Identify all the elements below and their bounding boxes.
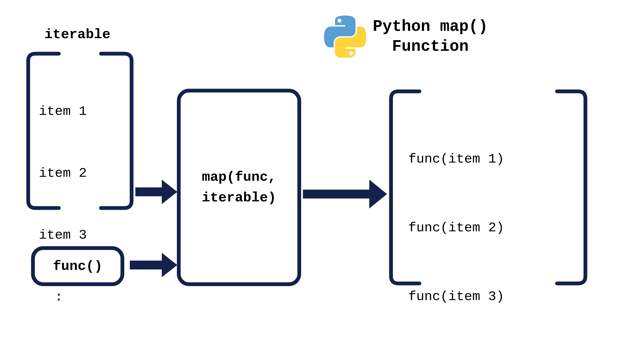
output-box: func(item 1) func(item 2) func(item 3) :… <box>388 89 588 286</box>
iterable-items: item 1 item 2 item 3 : : item n <box>39 60 87 338</box>
map-line-1: map(func, <box>202 167 276 187</box>
iterable-item: : <box>39 287 87 307</box>
title-line-2: Function <box>373 36 488 56</box>
arrow-icon <box>303 180 387 209</box>
diagram-title: Python map() Function <box>373 17 488 56</box>
title-group: Python map() Function <box>324 15 488 58</box>
iterable-box: item 1 item 2 item 3 : : item n <box>26 51 134 211</box>
func-box: func() <box>31 246 124 286</box>
output-items: func(item 1) func(item 2) func(item 3) :… <box>408 102 504 338</box>
map-line-2: iterable) <box>202 187 276 208</box>
iterable-item: item 3 <box>39 225 87 246</box>
arrow-icon <box>135 180 177 204</box>
iterable-label: iterable <box>44 27 110 42</box>
arrow-icon <box>130 253 177 277</box>
output-item: func(item 3) <box>408 285 504 308</box>
func-label: func() <box>53 258 102 274</box>
map-box: map(func, iterable) <box>177 89 301 286</box>
title-line-1: Python map() <box>373 17 488 36</box>
output-item: func(item 2) <box>408 216 504 239</box>
output-item: func(item 1) <box>408 148 504 171</box>
iterable-item: item 2 <box>39 163 87 184</box>
python-logo-icon <box>324 15 366 58</box>
iterable-item: item 1 <box>39 101 87 122</box>
